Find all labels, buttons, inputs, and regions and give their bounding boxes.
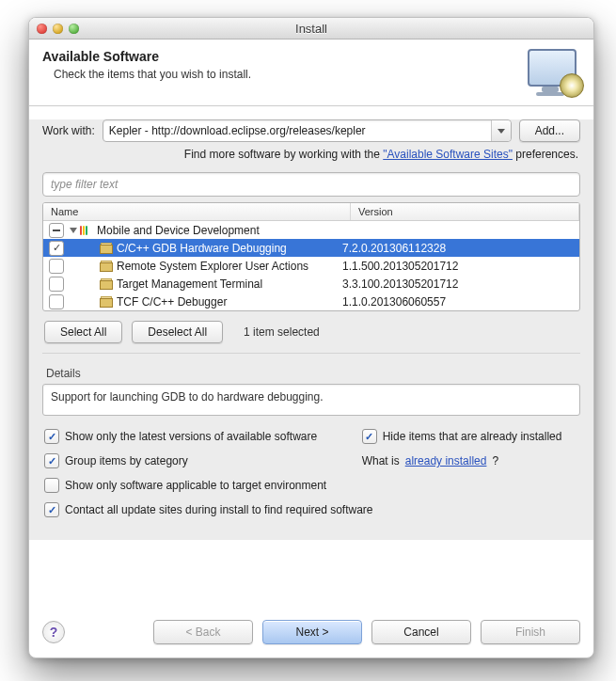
tree-header: Name Version xyxy=(43,203,579,221)
checkbox-icon[interactable] xyxy=(44,429,59,444)
cancel-button[interactable]: Cancel xyxy=(371,620,471,644)
wizard-header: Available Software Check the items that … xyxy=(29,40,593,106)
disclosure-triangle-icon[interactable] xyxy=(70,228,77,233)
item-checkbox[interactable] xyxy=(49,294,64,309)
details-label: Details xyxy=(46,367,580,380)
package-icon xyxy=(100,243,113,254)
install-illustration-icon xyxy=(528,49,580,96)
available-sites-link[interactable]: "Available Software Sites" xyxy=(383,148,513,161)
next-button[interactable]: Next > xyxy=(262,620,362,644)
category-checkbox[interactable] xyxy=(49,223,64,238)
option-hide-installed[interactable]: Hide items that are already installed xyxy=(362,429,578,444)
select-all-button[interactable]: Select All xyxy=(44,321,122,343)
item-version: 3.3.100.201305201712 xyxy=(335,277,579,291)
tree-item-row[interactable]: Target Management Terminal 3.3.100.20130… xyxy=(43,275,579,293)
category-icon xyxy=(80,225,93,236)
work-with-combo[interactable]: Kepler - http://download.eclipse.org/rel… xyxy=(103,119,512,142)
item-label: Remote System Explorer User Actions xyxy=(117,260,308,273)
add-site-button[interactable]: Add... xyxy=(519,119,580,142)
checkbox-icon[interactable] xyxy=(44,453,59,468)
item-version: 1.1.500.201305201712 xyxy=(335,260,579,273)
package-icon xyxy=(100,261,113,272)
package-icon xyxy=(100,296,113,308)
tree-item-row[interactable]: TCF C/C++ Debugger 1.1.0.201306060557 xyxy=(43,293,579,310)
software-tree[interactable]: Name Version Mobile and Device Developme… xyxy=(42,202,580,311)
tree-item-row[interactable]: Remote System Explorer User Actions 1.1.… xyxy=(43,257,579,275)
filter-input[interactable]: type filter text xyxy=(42,172,580,197)
item-checkbox[interactable] xyxy=(49,241,64,256)
window-titlebar[interactable]: Install xyxy=(29,18,593,40)
chevron-down-icon[interactable] xyxy=(491,120,511,141)
deselect-all-button[interactable]: Deselect All xyxy=(132,321,223,343)
checkbox-icon[interactable] xyxy=(44,478,59,493)
page-title: Available Software xyxy=(42,49,251,64)
what-is-installed: What is already installed? xyxy=(362,453,578,468)
item-checkbox[interactable] xyxy=(49,277,64,292)
minimize-icon[interactable] xyxy=(53,24,63,34)
category-label: Mobile and Device Development xyxy=(97,224,260,237)
checkbox-icon[interactable] xyxy=(362,429,377,444)
work-with-label: Work with: xyxy=(42,124,95,137)
find-more-hint: Find more software by working with the "… xyxy=(44,148,578,161)
option-applicable-only[interactable]: Show only software applicable to target … xyxy=(44,478,578,493)
column-name[interactable]: Name xyxy=(43,203,351,220)
item-label: C/C++ GDB Hardware Debugging xyxy=(117,242,287,255)
item-label: Target Management Terminal xyxy=(117,277,262,291)
selection-count: 1 item selected xyxy=(244,325,320,339)
option-group-category[interactable]: Group items by category xyxy=(44,453,334,468)
item-version: 1.1.0.201306060557 xyxy=(335,295,579,309)
option-contact-sites[interactable]: Contact all update sites during install … xyxy=(44,502,578,517)
window-title: Install xyxy=(29,22,593,36)
filter-placeholder: type filter text xyxy=(51,178,118,191)
work-with-value: Kepler - http://download.eclipse.org/rel… xyxy=(109,124,366,137)
tree-category-row[interactable]: Mobile and Device Development xyxy=(43,221,579,239)
checkbox-icon[interactable] xyxy=(44,502,59,517)
package-icon xyxy=(100,278,113,290)
already-installed-link[interactable]: already installed xyxy=(405,454,487,467)
page-subtitle: Check the items that you wish to install… xyxy=(54,68,251,81)
item-checkbox[interactable] xyxy=(49,259,64,274)
back-button[interactable]: < Back xyxy=(153,620,253,644)
column-version[interactable]: Version xyxy=(351,203,579,220)
option-latest-only[interactable]: Show only the latest versions of availab… xyxy=(44,429,334,444)
close-icon[interactable] xyxy=(37,24,47,34)
details-text: Support for launching GDB to do hardware… xyxy=(42,384,580,416)
tree-item-row[interactable]: C/C++ GDB Hardware Debugging 7.2.0.20130… xyxy=(43,239,579,257)
item-label: TCF C/C++ Debugger xyxy=(117,295,227,309)
zoom-icon[interactable] xyxy=(69,24,79,34)
item-version: 7.2.0.201306112328 xyxy=(335,242,579,255)
help-icon[interactable]: ? xyxy=(42,621,65,643)
finish-button[interactable]: Finish xyxy=(481,620,580,644)
